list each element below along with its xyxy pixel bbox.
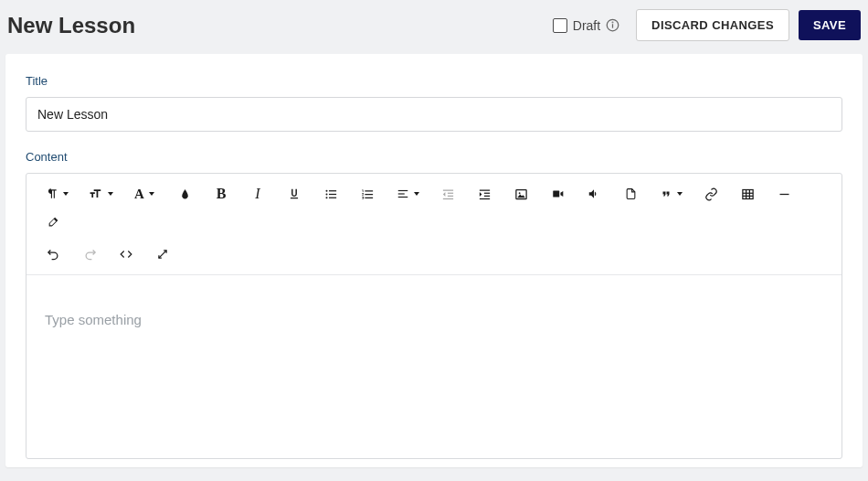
title-input[interactable]	[26, 97, 842, 132]
align-button[interactable]	[386, 181, 429, 207]
quote-button[interactable]	[650, 181, 692, 207]
clear-formatting-button[interactable]	[36, 208, 70, 234]
svg-rect-11	[397, 197, 408, 198]
rich-text-editor: A B I	[26, 173, 842, 459]
draft-control: Draft	[553, 18, 619, 33]
svg-rect-19	[479, 198, 489, 198]
insert-file-button[interactable]	[613, 181, 648, 207]
fullscreen-button[interactable]	[145, 241, 180, 267]
editor-placeholder: Type something	[45, 312, 823, 327]
svg-rect-28	[779, 193, 789, 194]
insert-video-button[interactable]	[540, 181, 575, 207]
svg-rect-8	[329, 197, 336, 198]
italic-button[interactable]: I	[240, 181, 275, 207]
editor-toolbar: A B I	[26, 174, 842, 275]
discard-changes-button[interactable]: DISCARD CHANGES	[636, 9, 789, 41]
content-label: Content	[26, 150, 842, 164]
svg-rect-17	[483, 192, 489, 193]
svg-rect-16	[479, 189, 489, 190]
svg-point-5	[325, 197, 327, 198]
save-button[interactable]: SAVE	[799, 10, 861, 40]
svg-rect-10	[397, 193, 404, 194]
toolbar-row-1: A B I	[36, 181, 832, 241]
header-actions: Draft DISCARD CHANGES SAVE	[553, 9, 861, 41]
svg-rect-23	[742, 189, 752, 198]
svg-point-21	[518, 192, 520, 194]
svg-point-4	[325, 193, 327, 195]
horizontal-rule-button[interactable]	[767, 181, 801, 207]
unordered-list-button[interactable]	[313, 181, 348, 207]
svg-rect-6	[329, 190, 336, 191]
insert-image-button[interactable]	[503, 181, 538, 207]
insert-table-button[interactable]	[730, 181, 765, 207]
toolbar-row-2	[36, 241, 832, 274]
svg-rect-15	[442, 198, 452, 198]
editor-content-area[interactable]: Type something	[26, 275, 842, 458]
paragraph-format-button[interactable]	[36, 181, 78, 207]
svg-rect-22	[553, 191, 559, 198]
font-family-button[interactable]: A	[123, 181, 165, 207]
insert-audio-button[interactable]	[577, 181, 611, 207]
svg-rect-12	[442, 189, 452, 190]
draft-label: Draft	[573, 18, 600, 33]
page-title: New Lesson	[7, 13, 135, 38]
insert-link-button[interactable]	[693, 181, 728, 207]
redo-button[interactable]	[72, 241, 107, 267]
svg-rect-18	[483, 195, 489, 196]
outdent-button[interactable]	[430, 181, 465, 207]
undo-button[interactable]	[36, 241, 70, 267]
draft-checkbox[interactable]	[553, 18, 567, 33]
font-size-button[interactable]	[79, 181, 122, 207]
code-view-button[interactable]	[109, 241, 143, 267]
svg-rect-14	[447, 195, 452, 196]
svg-line-29	[159, 251, 166, 258]
form-panel: Title Content A	[5, 54, 863, 467]
bold-button[interactable]: B	[204, 181, 238, 207]
svg-rect-13	[447, 192, 452, 193]
svg-point-3	[325, 189, 327, 191]
indent-button[interactable]	[467, 181, 502, 207]
underline-button[interactable]	[277, 181, 312, 207]
svg-rect-9	[397, 190, 408, 191]
text-color-button[interactable]	[167, 181, 202, 207]
svg-point-2	[612, 22, 613, 23]
svg-rect-7	[329, 193, 336, 194]
info-icon[interactable]	[606, 18, 619, 32]
page-header: New Lesson Draft DISCARD CHANGES SAVE	[0, 0, 868, 54]
ordered-list-button[interactable]	[350, 181, 385, 207]
title-label: Title	[26, 74, 842, 88]
